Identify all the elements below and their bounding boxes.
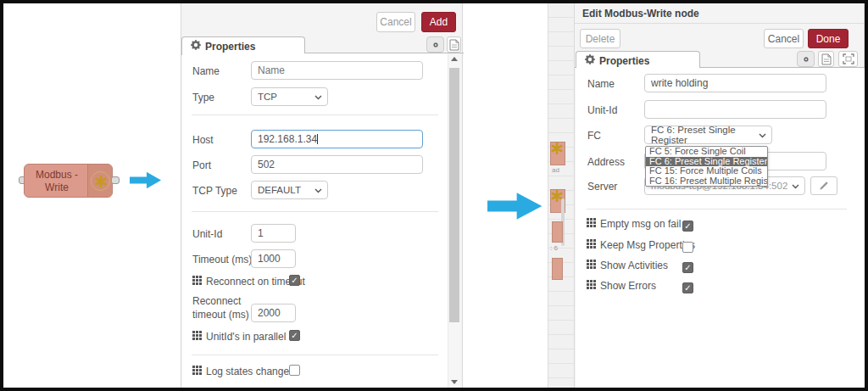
scrollbar-thumb[interactable] <box>449 68 459 322</box>
tab-properties[interactable]: Properties <box>576 51 700 70</box>
fc-select[interactable]: FC 6: Preset Single Register <box>644 126 772 144</box>
left-dialog-scrollbar[interactable] <box>448 53 460 388</box>
node-fragment-label: : 6 <box>550 244 558 252</box>
left-config-dialog: Cancel Add Properties Name Type TCP Host <box>181 3 463 388</box>
reconnect-on-timeout-checkbox[interactable] <box>289 275 300 286</box>
canvas-grid-strip: ad : 6 <box>548 3 574 388</box>
arrow-right-icon <box>130 171 162 189</box>
node-icon-section <box>87 165 112 197</box>
port-input[interactable] <box>251 155 423 174</box>
node-description-icon-button[interactable] <box>818 51 834 67</box>
tcp-type-label: TCP Type <box>192 185 237 197</box>
reconnect-timeout-input[interactable] <box>251 304 296 322</box>
host-label: Host <box>192 134 214 146</box>
host-input[interactable]: 192.168.1.34 <box>251 130 423 148</box>
keep-msg-label: Keep Msg Properties <box>587 239 695 251</box>
node-fragment <box>552 258 563 280</box>
unit-id-label: Unit-Id <box>587 104 617 116</box>
reconnect-timeout-label-line1: Reconnect <box>192 294 249 308</box>
show-errors-checkbox[interactable] <box>682 282 693 293</box>
gear-icon <box>585 54 595 67</box>
tab-properties-label: Properties <box>205 41 255 53</box>
modbus-asterisk-icon <box>91 171 110 191</box>
name-input[interactable] <box>251 61 423 80</box>
left-form: Name Type TCP Host 192.168.1.34 Port TCP… <box>182 53 448 388</box>
grid-icon <box>587 280 596 292</box>
scroll-up-icon[interactable] <box>448 53 460 64</box>
grid-icon <box>192 366 202 377</box>
screenshot-frame: Modbus - Write Cancel Add Properties Nam… <box>0 0 868 391</box>
chevron-down-icon <box>314 92 322 102</box>
reconnect-timeout-label-line2: timeout (ms) <box>192 308 249 321</box>
server-label: Server <box>587 181 617 193</box>
reconnect-on-timeout-label: Reconnect on timeout <box>192 276 305 288</box>
unit-id-label: Unit-Id <box>192 228 222 240</box>
node-output-port[interactable] <box>111 176 120 184</box>
type-label: Type <box>192 92 214 103</box>
fc-option[interactable]: FC 16: Preset Multiple Registers <box>646 176 767 187</box>
modbus-asterisk-icon <box>551 142 563 157</box>
empty-msg-checkbox[interactable] <box>682 221 693 232</box>
grid-icon <box>587 239 596 251</box>
name-label: Name <box>587 78 615 90</box>
chevron-down-icon <box>792 181 799 191</box>
fc-dropdown-list: FC 5: Force Single Coil FC 6: Preset Sin… <box>645 146 768 187</box>
fc-option[interactable]: FC 15: Force Multiple Coils <box>646 166 767 176</box>
chevron-down-icon <box>314 185 322 195</box>
right-form: Name Unit-Id FC FC 6: Preset Single Regi… <box>576 68 865 388</box>
tab-properties[interactable]: Properties <box>181 36 305 55</box>
name-input[interactable] <box>644 74 826 92</box>
address-label: Address <box>587 156 625 168</box>
unitids-parallel-checkbox[interactable] <box>289 330 300 341</box>
tab-properties-label: Properties <box>599 55 649 67</box>
unitids-parallel-label: UnitId's in parallel <box>192 331 286 343</box>
name-label: Name <box>192 65 220 77</box>
scroll-down-icon[interactable] <box>448 377 460 388</box>
type-select[interactable]: TCP <box>251 87 328 106</box>
show-activities-label: Show Activities <box>587 260 668 271</box>
port-label: Port <box>192 159 211 171</box>
done-button[interactable]: Done <box>808 29 849 48</box>
dialog-title: Edit Modbus-Write node <box>582 8 699 20</box>
fc-label: FC <box>587 130 601 142</box>
tcp-type-select[interactable]: DEFAULT <box>251 181 328 199</box>
add-button[interactable]: Add <box>421 12 456 32</box>
fc-option[interactable]: FC 5: Force Single Coil <box>646 147 767 157</box>
tcp-type-select-value: DEFAULT <box>258 185 301 195</box>
delete-button[interactable]: Delete <box>580 29 620 48</box>
node-fragment-label: ad <box>552 166 559 174</box>
host-input-value: 192.168.1.34 <box>258 133 317 145</box>
unit-id-input[interactable] <box>251 224 296 243</box>
right-edit-dialog: Edit Modbus-Write node Delete Cancel Don… <box>574 3 865 388</box>
cancel-button[interactable]: Cancel <box>764 29 804 48</box>
expand-icon-button[interactable] <box>838 51 858 67</box>
cancel-button[interactable]: Cancel <box>376 12 415 32</box>
node-fragment <box>550 142 565 165</box>
node-label-line1: Modbus - <box>25 169 89 182</box>
type-select-value: TCP <box>258 92 277 102</box>
chevron-down-icon <box>759 130 766 140</box>
grid-icon <box>192 331 202 343</box>
grid-icon <box>587 218 596 230</box>
edit-properties-icon-button[interactable] <box>797 51 815 67</box>
node-description-icon-button[interactable] <box>447 36 461 53</box>
text-caret <box>317 134 318 144</box>
timeout-input[interactable] <box>251 249 296 268</box>
log-states-label: Log states changes <box>192 366 294 377</box>
show-activities-checkbox[interactable] <box>682 262 693 273</box>
modbus-write-node[interactable]: Modbus - Write <box>24 164 113 198</box>
unit-id-input[interactable] <box>644 100 826 119</box>
edit-properties-icon-button[interactable] <box>426 36 444 53</box>
gear-icon <box>191 40 201 53</box>
node-fragment <box>552 221 563 243</box>
node-label-line2: Write <box>25 182 89 194</box>
grid-icon <box>587 260 596 271</box>
empty-msg-label: Empty msg on fail <box>587 218 681 230</box>
edit-server-button[interactable] <box>810 176 837 195</box>
timeout-label: Timeout (ms) <box>192 254 252 265</box>
arrow-right-icon <box>487 192 543 221</box>
log-states-checkbox[interactable] <box>289 365 300 376</box>
grid-icon <box>192 276 202 288</box>
fc-select-value: FC 6: Preset Single Register <box>651 125 759 145</box>
keep-msg-checkbox[interactable] <box>682 242 693 253</box>
